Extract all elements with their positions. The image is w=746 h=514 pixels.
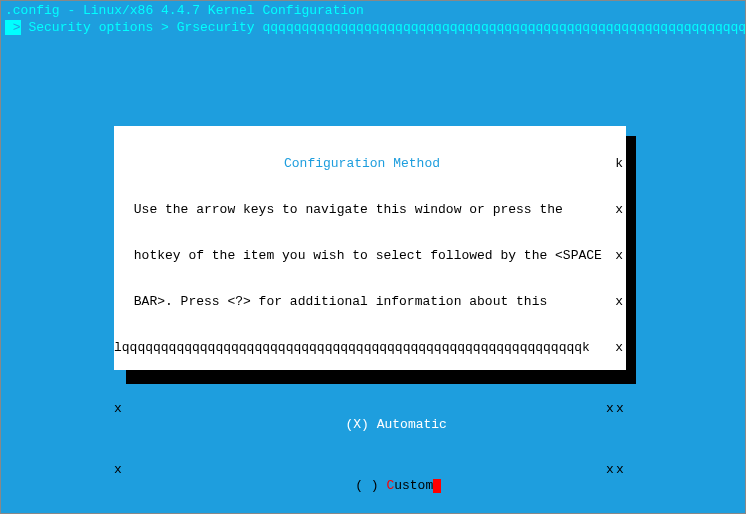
radio-option-automatic[interactable]: x (X) Automatic x x xyxy=(114,401,626,417)
breadcrumb-fill: qqqqqqqqqqqqqqqqqqqqqqqqqqqqqqqqqqqqqqqq… xyxy=(255,20,745,35)
dialog-title: Configuration Method xyxy=(114,156,610,172)
radio-option-custom[interactable]: x ( ) Custom x x xyxy=(114,462,626,478)
window-title: .config - Linux/x86 4.4.7 Kernel Configu… xyxy=(1,1,745,20)
dialog-top-row: Configuration Methodk xyxy=(114,156,626,172)
radio-label: ustom xyxy=(394,478,433,493)
terminal-window: .config - Linux/x86 4.4.7 Kernel Configu… xyxy=(1,1,745,513)
breadcrumb: > > Security options > Grsecurity qqqqqq… xyxy=(1,20,745,35)
config-dialog: Configuration Methodk Use the arrow keys… xyxy=(114,126,626,370)
breadcrumb-arrow: > xyxy=(5,20,21,35)
radio-marker: ( ) xyxy=(355,478,378,493)
breadcrumb-item[interactable]: Grsecurity xyxy=(177,20,255,35)
breadcrumb-item[interactable]: Security options xyxy=(28,20,153,35)
help-text-line: hotkey of the item you wish to select fo… xyxy=(114,248,626,264)
cursor xyxy=(433,479,441,493)
dialog-inner-border: lqqqqqqqqqqqqqqqqqqqqqqqqqqqqqqqqqqqqqqq… xyxy=(114,340,626,356)
help-text-line: BAR>. Press <?> for additional informati… xyxy=(114,294,626,310)
radio-marker: (X) xyxy=(345,417,368,432)
help-text-line: Use the arrow keys to navigate this wind… xyxy=(114,202,626,218)
radio-label: utomatic xyxy=(385,417,447,432)
radio-hotkey: A xyxy=(377,417,385,432)
